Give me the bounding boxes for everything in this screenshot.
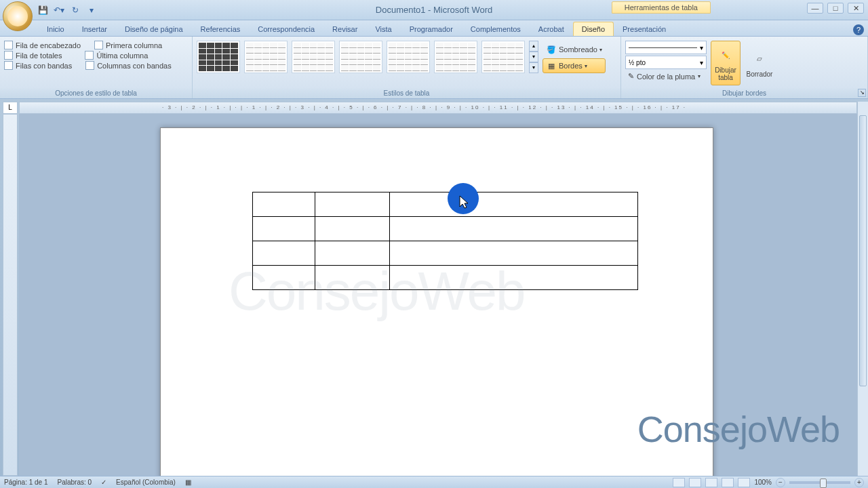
pen-color-button[interactable]: ✎Color de la pluma▾ [625, 70, 707, 82]
zoom-out-button[interactable]: − [776, 478, 785, 487]
tab-insertar[interactable]: Insertar [73, 22, 116, 36]
dialog-launcher-icon[interactable]: ↘ [858, 89, 866, 97]
group-label: Dibujar bordes [621, 87, 867, 98]
watermark: ConsejoWeb [229, 260, 525, 323]
table-style-thumb[interactable] [244, 41, 288, 73]
table-style-thumb[interactable] [481, 41, 525, 73]
page[interactable]: ConsejoWeb [160, 127, 713, 476]
tab-vista[interactable]: Vista [366, 22, 400, 36]
checkbox-banded-rows[interactable]: Filas con bandas [4, 61, 72, 70]
document-area: ConsejoWeb ConsejoWeb [19, 114, 857, 476]
gallery-more-icon[interactable]: ▾ [529, 62, 538, 73]
tab-selector[interactable]: L [3, 102, 18, 114]
horizontal-ruler[interactable]: · 3 · | · 2 · | · 1 · | · | · 1 · | · 2 … [19, 102, 857, 114]
draw-table-button[interactable]: ✏️Dibujar tabla [711, 41, 741, 85]
borders-button[interactable]: ▦Bordes▾ [542, 58, 606, 73]
gallery-down-icon[interactable]: ▾ [529, 52, 538, 62]
minimize-button[interactable]: — [807, 3, 823, 14]
group-table-style-options: Fila de encabezado Primera columna Fila … [0, 37, 193, 98]
group-table-styles: ▴ ▾ ▾ 🪣Sombreado▾ ▦Bordes▾ Estilos de ta… [193, 37, 621, 98]
view-web-layout-button[interactable] [705, 478, 717, 487]
pencil-table-icon: ✏️ [715, 45, 736, 65]
status-page[interactable]: Página: 1 de 1 [4, 479, 48, 486]
tab-referencias[interactable]: Referencias [192, 22, 250, 36]
table-style-thumb[interactable] [339, 41, 382, 73]
eraser-icon: ▱ [749, 49, 770, 69]
table-style-thumb[interactable] [197, 41, 240, 73]
status-words[interactable]: Palabras: 0 [58, 479, 92, 486]
help-icon[interactable]: ? [853, 24, 864, 35]
zoom-slider[interactable] [789, 481, 850, 484]
view-full-screen-button[interactable] [689, 478, 701, 487]
tab-diseno-pagina[interactable]: Diseño de página [116, 22, 192, 36]
zoom-in-button[interactable]: + [854, 478, 864, 487]
view-draft-button[interactable] [738, 478, 750, 487]
tab-revisar[interactable]: Revisar [323, 22, 366, 36]
paint-bucket-icon: 🪣 [546, 44, 557, 55]
line-weight-select[interactable]: ½ pto▾ [625, 56, 707, 69]
tab-programador[interactable]: Programador [401, 22, 462, 36]
view-print-layout-button[interactable] [673, 478, 685, 487]
titlebar: 💾 ↶▾ ↻ ▾ Documento1 - Microsoft Word Her… [0, 0, 868, 20]
watermark-overlay: ConsejoWeb [637, 408, 840, 450]
window-title: Documento1 - Microsoft Word [376, 5, 492, 15]
ribbon-tabs: Inicio Insertar Diseño de página Referen… [0, 20, 868, 37]
close-button[interactable]: ✕ [848, 3, 864, 14]
checkbox-banded-columns[interactable]: Columnas con bandas [85, 61, 171, 70]
pen-icon: ✎ [628, 72, 634, 81]
vertical-scrollbar[interactable] [857, 102, 868, 476]
table-style-thumb[interactable] [434, 41, 477, 73]
eraser-button[interactable]: ▱Borrador [745, 41, 774, 85]
vertical-ruler[interactable] [3, 114, 18, 476]
tab-acrobat[interactable]: Acrobat [530, 22, 573, 36]
group-label: Opciones de estilo de tabla [0, 87, 192, 98]
table-style-thumb[interactable] [292, 41, 335, 73]
tab-diseno[interactable]: Diseño [573, 22, 614, 36]
group-label: Estilos de tabla [193, 87, 620, 98]
tab-presentacion[interactable]: Presentación [614, 22, 675, 36]
cursor-highlight [448, 183, 479, 214]
office-button[interactable] [3, 1, 33, 31]
statusbar: Página: 1 de 1 Palabras: 0 ✓ Español (Co… [0, 476, 868, 488]
contextual-tab-label: Herramientas de tabla [612, 1, 711, 14]
save-icon[interactable]: 💾 [35, 3, 50, 18]
tab-correspondencia[interactable]: Correspondencia [249, 22, 323, 36]
quick-access-toolbar: 💾 ↶▾ ↻ ▾ [35, 3, 99, 18]
tab-inicio[interactable]: Inicio [38, 22, 73, 36]
shading-button[interactable]: 🪣Sombreado▾ [542, 42, 606, 57]
gallery-up-icon[interactable]: ▴ [529, 41, 538, 52]
group-draw-borders: ▾ ½ pto▾ ✎Color de la pluma▾ ✏️Dibujar t… [621, 37, 868, 98]
proofing-icon[interactable]: ✓ [101, 479, 106, 486]
tab-complementos[interactable]: Complementos [462, 22, 530, 36]
checkbox-header-row[interactable]: Fila de encabezado [4, 41, 81, 49]
line-style-select[interactable]: ▾ [625, 41, 707, 54]
macro-icon[interactable]: ▦ [185, 479, 191, 486]
ribbon: Fila de encabezado Primera columna Fila … [0, 37, 868, 99]
checkbox-last-column[interactable]: Última columna [85, 51, 148, 60]
undo-icon[interactable]: ↶▾ [52, 3, 66, 18]
view-outline-button[interactable] [722, 478, 734, 487]
borders-icon: ▦ [546, 60, 557, 71]
qat-customize-icon[interactable]: ▾ [84, 3, 99, 18]
checkbox-total-row[interactable]: Fila de totales [4, 51, 62, 60]
status-language[interactable]: Español (Colombia) [116, 479, 176, 486]
maximize-button[interactable]: □ [827, 3, 844, 14]
table-style-thumb[interactable] [387, 41, 430, 73]
zoom-level[interactable]: 100% [754, 479, 772, 486]
checkbox-first-column[interactable]: Primera columna [94, 41, 162, 49]
redo-icon[interactable]: ↻ [68, 3, 83, 18]
